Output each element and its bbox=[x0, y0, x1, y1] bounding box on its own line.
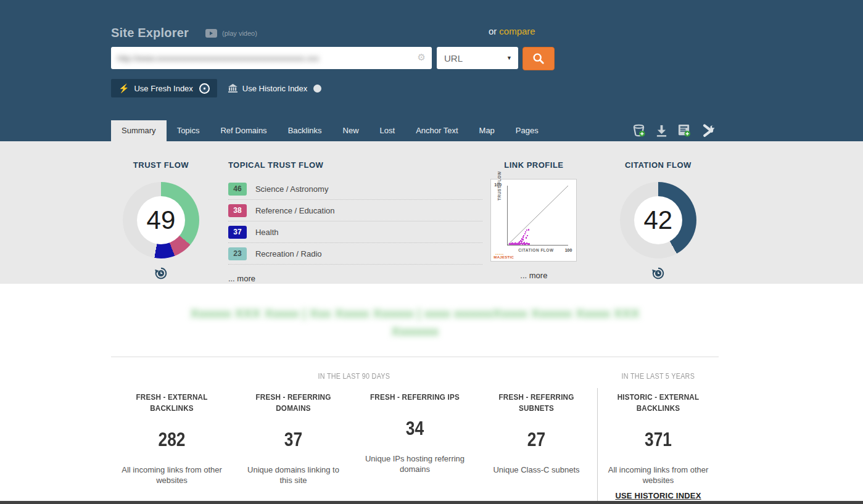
trust-flow-history-icon[interactable] bbox=[154, 266, 168, 283]
search-input[interactable]: http://www.xxxxxxxxxxxxxxxxxxxxxxxxxxxxx… bbox=[111, 47, 432, 69]
scatter-point bbox=[526, 237, 527, 239]
stat-column: FRESH - REFERRING IPS34Unique IPs hostin… bbox=[354, 388, 476, 502]
tab-ref-domains[interactable]: Ref Domains bbox=[210, 120, 277, 141]
scatter-point bbox=[525, 231, 527, 233]
scatter-point bbox=[523, 235, 525, 237]
historic-index-label: Use Historic Index bbox=[242, 84, 307, 93]
topic-label: Science / Astronomy bbox=[255, 184, 329, 194]
link-profile-chart[interactable]: 100 TRUST FLOW CITATION FLOW 100 •••••MA… bbox=[490, 179, 577, 262]
stat-value: 371 bbox=[614, 429, 703, 451]
tab-anchor-text[interactable]: Anchor Text bbox=[405, 120, 468, 141]
topical-row[interactable]: 46Science / Astronomy bbox=[228, 178, 482, 200]
chevron-down-icon: ▼ bbox=[506, 55, 512, 61]
stat-value: 34 bbox=[371, 418, 460, 440]
topic-label: Health bbox=[255, 228, 279, 237]
topic-score-badge: 38 bbox=[228, 204, 247, 217]
topical-row[interactable]: 37Health bbox=[228, 221, 482, 243]
summary-section: Xxxxxx XXX Xxxxx | Xxx Xxxxx Xxxxxx | xx… bbox=[0, 304, 863, 502]
fresh-index-radio[interactable] bbox=[199, 83, 210, 94]
tab-bar: SummaryTopicsRef DomainsBacklinksNewLost… bbox=[111, 120, 549, 141]
topical-trust-flow-list: 46Science / Astronomy38Reference / Educa… bbox=[228, 178, 482, 265]
scatter-point bbox=[528, 229, 530, 231]
link-profile-section: LINK PROFILE 100 TRUST FLOW CITATION FLO… bbox=[482, 141, 585, 284]
trust-flow-heading: TRUST FLOW bbox=[111, 160, 211, 170]
citation-flow-heading: CITATION FLOW bbox=[598, 160, 719, 170]
play-video-icon[interactable] bbox=[205, 29, 217, 38]
topical-trust-flow-section: TOPICAL TRUST FLOW 46Science / Astronomy… bbox=[228, 141, 482, 284]
group-label-90-days: IN THE LAST 90 DAYS bbox=[111, 372, 597, 381]
stat-description: Unique IPs hosting referring domains bbox=[363, 453, 467, 474]
scatter-point bbox=[522, 236, 524, 238]
scatter-point bbox=[527, 235, 529, 237]
use-historic-index-option[interactable]: Use Historic Index bbox=[228, 84, 321, 93]
citation-flow-history-icon[interactable] bbox=[651, 266, 665, 283]
site-title-blurred: Xxxxxx XXX Xxxxx | Xxx Xxxxx Xxxxxx | xx… bbox=[111, 304, 719, 340]
scatter-point bbox=[522, 239, 524, 241]
search-value-blurred: http://www.xxxxxxxxxxxxxxxxxxxxxxxxxxxxx… bbox=[117, 54, 319, 63]
link-profile-more-link[interactable]: ... more bbox=[520, 271, 547, 280]
search-button[interactable] bbox=[522, 47, 555, 70]
citation-flow-section: CITATION FLOW 42 bbox=[598, 141, 719, 284]
title-row: Site Explorer (play video) bbox=[111, 26, 257, 40]
bank-icon bbox=[228, 84, 237, 93]
scatter-point bbox=[524, 242, 526, 244]
citation-flow-donut: 42 bbox=[620, 182, 696, 258]
y-axis-title: TRUST FLOW bbox=[497, 171, 502, 200]
tab-backlinks[interactable]: Backlinks bbox=[278, 120, 332, 141]
create-report-icon[interactable] bbox=[677, 124, 691, 137]
download-icon[interactable] bbox=[656, 124, 667, 137]
stat-value: 37 bbox=[249, 429, 338, 451]
header: Site Explorer (play video) or compare ht… bbox=[0, 0, 863, 141]
search-type-value: URL bbox=[444, 53, 463, 64]
use-historic-index-link[interactable]: USE HISTORIC INDEX bbox=[615, 491, 701, 500]
stat-title: FRESH - REFERRING SUBNETS bbox=[484, 392, 588, 414]
add-to-bucket-icon[interactable] bbox=[632, 124, 646, 137]
divider bbox=[111, 357, 719, 357]
lightning-icon: ⚡ bbox=[118, 83, 129, 93]
tab-pages[interactable]: Pages bbox=[505, 120, 549, 141]
tab-map[interactable]: Map bbox=[469, 120, 505, 141]
gear-icon[interactable]: ⚙ bbox=[418, 52, 426, 63]
group-label-5-years: IN THE LAST 5 YEARS bbox=[597, 372, 719, 381]
topical-row[interactable]: 23Recreation / Radio bbox=[228, 243, 482, 265]
stat-column: HISTORIC - EXTERNAL BACKLINKS371All inco… bbox=[597, 388, 719, 502]
tab-new[interactable]: New bbox=[332, 120, 370, 141]
stat-column: FRESH - REFERRING DOMAINS37Unique domain… bbox=[233, 388, 354, 502]
site-title-line2: Xxxxxxx bbox=[111, 322, 719, 340]
topical-row[interactable]: 38Reference / Education bbox=[228, 200, 482, 221]
stat-title: HISTORIC - EXTERNAL BACKLINKS bbox=[606, 392, 710, 414]
topical-trust-flow-heading: TOPICAL TRUST FLOW bbox=[228, 160, 482, 170]
x-axis-title: CITATION FLOW bbox=[518, 248, 553, 252]
stat-description: All incoming links from other websites bbox=[606, 465, 710, 485]
scatter-point bbox=[524, 233, 526, 235]
stats-grid: FRESH - EXTERNAL BACKLINKS282All incomin… bbox=[111, 388, 719, 502]
site-title-line1: Xxxxxx XXX Xxxxx | Xxx Xxxxx Xxxxxx | xx… bbox=[111, 304, 719, 322]
stat-column: FRESH - REFERRING SUBNETS27Unique Class-… bbox=[476, 388, 597, 502]
search-type-select[interactable]: URL ▼ bbox=[437, 47, 518, 69]
historic-index-radio[interactable] bbox=[313, 85, 321, 93]
stat-title: FRESH - EXTERNAL BACKLINKS bbox=[120, 392, 224, 414]
use-fresh-index-option[interactable]: ⚡ Use Fresh Index bbox=[111, 79, 217, 97]
topic-label: Recreation / Radio bbox=[255, 249, 322, 258]
tab-summary[interactable]: Summary bbox=[111, 120, 167, 141]
stat-description: Unique domains linking to this site bbox=[241, 465, 345, 485]
footer-strip bbox=[0, 501, 863, 504]
tab-topics[interactable]: Topics bbox=[167, 120, 210, 141]
page-title: Site Explorer bbox=[111, 26, 189, 40]
stat-description: All incoming links from other websites bbox=[120, 465, 224, 485]
link-profile-heading: LINK PROFILE bbox=[482, 160, 585, 170]
topic-score-badge: 37 bbox=[228, 226, 247, 239]
topical-more-link[interactable]: ... more bbox=[228, 274, 255, 283]
stat-description: Unique Class-C subnets bbox=[484, 465, 588, 475]
metrics-panel: TRUST FLOW 49 TOPICAL TRUST FLOW 46Scien… bbox=[0, 141, 863, 284]
tab-lost[interactable]: Lost bbox=[370, 120, 406, 141]
topic-score-badge: 23 bbox=[228, 247, 247, 260]
stat-value: 282 bbox=[128, 429, 217, 451]
fresh-index-label: Use Fresh Index bbox=[134, 84, 192, 93]
tools-icon[interactable] bbox=[701, 124, 715, 137]
stats-group-labels: IN THE LAST 90 DAYS IN THE LAST 5 YEARS bbox=[111, 372, 719, 381]
play-video-link[interactable]: (play video) bbox=[222, 30, 257, 37]
topic-score-badge: 46 bbox=[228, 183, 247, 196]
citation-flow-value: 42 bbox=[644, 205, 673, 235]
compare-link[interactable]: compare bbox=[499, 26, 535, 36]
